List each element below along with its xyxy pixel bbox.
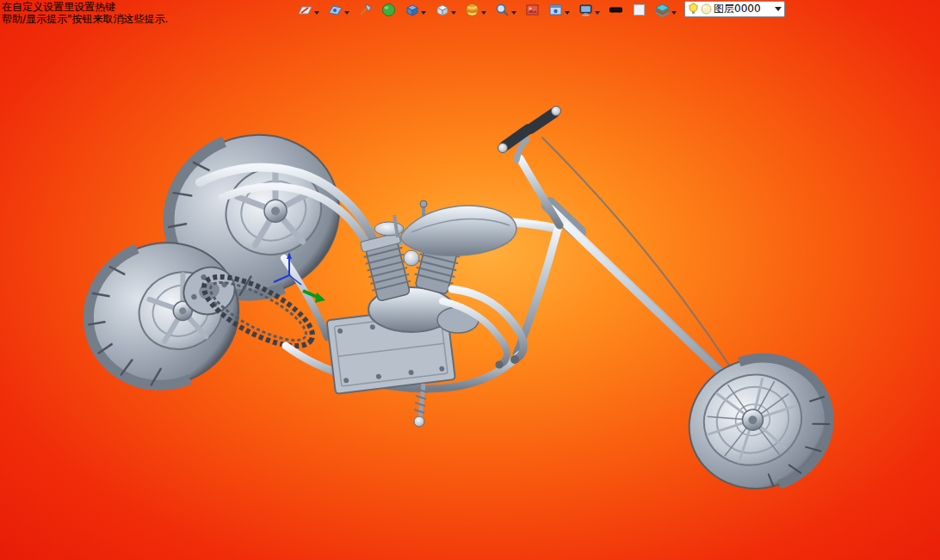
sketch-icon (298, 3, 312, 17)
blue-cube-icon (405, 3, 419, 17)
viewport-3d[interactable] (0, 0, 940, 560)
main-toolbar (298, 1, 677, 19)
front-wheel (672, 340, 846, 506)
white-cube-icon (435, 3, 449, 17)
white-swatch-button[interactable] (632, 3, 646, 17)
material-sphere-icon (465, 3, 479, 17)
material-sphere-tool-button[interactable] (465, 3, 486, 17)
image-icon (525, 3, 540, 17)
chevron-down-icon[interactable] (451, 11, 456, 15)
zoom-icon (495, 3, 510, 17)
chevron-down-icon[interactable] (511, 11, 516, 15)
black-swatch-icon (609, 3, 623, 17)
layers-tool-button[interactable] (655, 3, 677, 17)
green-sphere-tool-button[interactable] (381, 3, 396, 17)
view-tool-button[interactable] (548, 3, 570, 17)
chevron-down-icon[interactable] (344, 11, 349, 15)
chevron-down-icon[interactable] (421, 11, 426, 15)
plane-icon (328, 3, 343, 17)
white-cube-tool-button[interactable] (435, 3, 456, 17)
layer-selector[interactable]: 图层0000 (684, 1, 785, 17)
chevron-down-icon[interactable] (565, 11, 570, 15)
view-icon (548, 3, 563, 17)
blue-cube-tool-button[interactable] (405, 3, 426, 17)
sketch-tool-button[interactable] (298, 3, 319, 17)
layer-selector-value: 图层0000 (714, 2, 771, 16)
white-swatch-icon (632, 3, 646, 17)
plane-tool-button[interactable] (328, 3, 349, 17)
zoom-tool-button[interactable] (495, 3, 516, 17)
fuel-tank (401, 206, 516, 255)
monitor-icon (578, 3, 593, 17)
layer-color-sphere-icon[interactable] (701, 3, 712, 15)
axe-icon (358, 3, 373, 17)
hint-line-2: 帮助/显示提示"按钮来取消这些提示. (2, 13, 168, 25)
green-sphere-icon (381, 3, 396, 17)
chevron-down-icon[interactable] (481, 11, 486, 15)
light-bulb-icon[interactable] (688, 3, 699, 15)
image-tool-button[interactable] (525, 3, 540, 17)
hint-line-1: 在自定义设置里设置热键 (2, 1, 168, 13)
layers-icon (655, 3, 670, 17)
chevron-down-icon[interactable] (671, 11, 677, 15)
chevron-down-icon[interactable] (314, 11, 319, 15)
chevron-down-icon[interactable] (775, 7, 782, 11)
black-swatch-button[interactable] (609, 3, 623, 17)
axe-tool-button[interactable] (358, 3, 373, 17)
chevron-down-icon[interactable] (595, 11, 600, 15)
display-tool-button[interactable] (578, 3, 600, 17)
cad-application-window: { "window": { "app_type": "3d-cad-modele… (0, 0, 940, 560)
hint-text-block: 在自定义设置里设置热键 帮助/显示提示"按钮来取消这些提示. (2, 1, 168, 25)
